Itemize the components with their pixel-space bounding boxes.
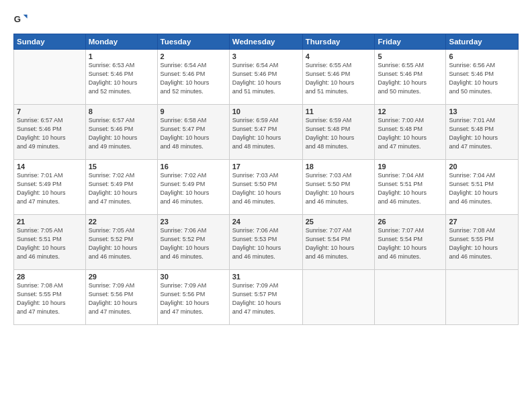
- day-number: 24: [232, 218, 300, 226]
- day-number: 15: [89, 163, 154, 171]
- day-number: 5: [378, 52, 443, 60]
- day-info: Sunrise: 7:05 AM Sunset: 5:51 PM Dayligh…: [17, 226, 83, 261]
- day-number: 30: [161, 273, 226, 281]
- weekday-header-saturday: Saturday: [446, 34, 519, 50]
- day-cell: 11Sunrise: 6:59 AM Sunset: 5:48 PM Dayli…: [302, 105, 375, 160]
- week-row-2: 7Sunrise: 6:57 AM Sunset: 5:46 PM Daylig…: [14, 105, 519, 160]
- day-cell: [14, 50, 86, 105]
- day-cell: 2Sunrise: 6:54 AM Sunset: 5:46 PM Daylig…: [157, 50, 229, 105]
- day-number: 11: [306, 107, 372, 116]
- day-info: Sunrise: 7:06 AM Sunset: 5:52 PM Dayligh…: [161, 226, 226, 261]
- day-number: 26: [378, 218, 443, 226]
- day-number: 8: [89, 107, 154, 116]
- day-number: 28: [17, 273, 83, 281]
- day-number: 14: [17, 163, 83, 171]
- day-number: 22: [89, 218, 154, 226]
- day-info: Sunrise: 7:06 AM Sunset: 5:53 PM Dayligh…: [232, 226, 300, 261]
- day-info: Sunrise: 7:03 AM Sunset: 5:50 PM Dayligh…: [232, 171, 300, 206]
- day-cell: 19Sunrise: 7:04 AM Sunset: 5:51 PM Dayli…: [375, 160, 446, 215]
- day-number: 31: [232, 273, 300, 281]
- day-info: Sunrise: 7:01 AM Sunset: 5:49 PM Dayligh…: [17, 171, 83, 206]
- weekday-header-sunday: Sunday: [14, 34, 86, 50]
- day-info: Sunrise: 6:56 AM Sunset: 5:46 PM Dayligh…: [449, 61, 515, 96]
- day-cell: 31Sunrise: 7:09 AM Sunset: 5:57 PM Dayli…: [229, 270, 302, 325]
- day-number: 9: [161, 107, 226, 116]
- day-info: Sunrise: 7:03 AM Sunset: 5:50 PM Dayligh…: [306, 171, 372, 206]
- day-number: 4: [306, 52, 372, 60]
- day-number: 27: [449, 218, 515, 226]
- day-number: 7: [17, 107, 83, 116]
- day-cell: 8Sunrise: 6:57 AM Sunset: 5:46 PM Daylig…: [85, 105, 157, 160]
- day-cell: 5Sunrise: 6:55 AM Sunset: 5:46 PM Daylig…: [375, 50, 446, 105]
- day-info: Sunrise: 6:57 AM Sunset: 5:46 PM Dayligh…: [89, 116, 154, 151]
- day-number: 1: [89, 52, 154, 60]
- day-info: Sunrise: 6:53 AM Sunset: 5:46 PM Dayligh…: [89, 61, 154, 96]
- day-number: 3: [232, 52, 300, 60]
- day-cell: 4Sunrise: 6:55 AM Sunset: 5:46 PM Daylig…: [302, 50, 375, 105]
- day-info: Sunrise: 6:58 AM Sunset: 5:47 PM Dayligh…: [161, 116, 226, 151]
- day-cell: 20Sunrise: 7:04 AM Sunset: 5:51 PM Dayli…: [446, 160, 519, 215]
- day-info: Sunrise: 6:54 AM Sunset: 5:46 PM Dayligh…: [232, 61, 300, 96]
- day-info: Sunrise: 6:57 AM Sunset: 5:46 PM Dayligh…: [17, 116, 83, 151]
- day-number: 2: [161, 52, 226, 60]
- day-cell: [302, 270, 375, 325]
- day-info: Sunrise: 7:09 AM Sunset: 5:57 PM Dayligh…: [232, 281, 300, 316]
- day-number: 13: [449, 107, 515, 116]
- svg-text:G: G: [14, 14, 21, 24]
- day-info: Sunrise: 6:55 AM Sunset: 5:46 PM Dayligh…: [378, 61, 443, 96]
- day-cell: 23Sunrise: 7:06 AM Sunset: 5:52 PM Dayli…: [157, 215, 229, 270]
- day-cell: 10Sunrise: 6:59 AM Sunset: 5:47 PM Dayli…: [229, 105, 302, 160]
- day-number: 19: [378, 163, 443, 171]
- day-info: Sunrise: 7:08 AM Sunset: 5:55 PM Dayligh…: [17, 281, 83, 316]
- day-cell: 21Sunrise: 7:05 AM Sunset: 5:51 PM Dayli…: [14, 215, 86, 270]
- day-number: 25: [306, 218, 372, 226]
- day-cell: 28Sunrise: 7:08 AM Sunset: 5:55 PM Dayli…: [14, 270, 86, 325]
- day-cell: 13Sunrise: 7:01 AM Sunset: 5:48 PM Dayli…: [446, 105, 519, 160]
- day-cell: 7Sunrise: 6:57 AM Sunset: 5:46 PM Daylig…: [14, 105, 86, 160]
- day-cell: 1Sunrise: 6:53 AM Sunset: 5:46 PM Daylig…: [85, 50, 157, 105]
- day-info: Sunrise: 6:54 AM Sunset: 5:46 PM Dayligh…: [161, 61, 226, 96]
- day-cell: 17Sunrise: 7:03 AM Sunset: 5:50 PM Dayli…: [229, 160, 302, 215]
- day-number: 18: [306, 163, 372, 171]
- day-info: Sunrise: 7:08 AM Sunset: 5:55 PM Dayligh…: [449, 226, 515, 261]
- day-number: 10: [232, 107, 300, 116]
- day-number: 21: [17, 218, 83, 226]
- weekday-header-monday: Monday: [85, 34, 157, 50]
- day-info: Sunrise: 7:09 AM Sunset: 5:56 PM Dayligh…: [89, 281, 154, 316]
- day-cell: 14Sunrise: 7:01 AM Sunset: 5:49 PM Dayli…: [14, 160, 86, 215]
- day-info: Sunrise: 7:04 AM Sunset: 5:51 PM Dayligh…: [449, 171, 515, 206]
- day-info: Sunrise: 7:02 AM Sunset: 5:49 PM Dayligh…: [161, 171, 226, 206]
- week-row-3: 14Sunrise: 7:01 AM Sunset: 5:49 PM Dayli…: [14, 160, 519, 215]
- day-cell: 27Sunrise: 7:08 AM Sunset: 5:55 PM Dayli…: [446, 215, 519, 270]
- header: G: [13, 12, 519, 27]
- day-number: 29: [89, 273, 154, 281]
- day-cell: 12Sunrise: 7:00 AM Sunset: 5:48 PM Dayli…: [375, 105, 446, 160]
- day-cell: 29Sunrise: 7:09 AM Sunset: 5:56 PM Dayli…: [85, 270, 157, 325]
- day-number: 16: [161, 163, 226, 171]
- weekday-header-friday: Friday: [375, 34, 446, 50]
- weekday-header-tuesday: Tuesday: [157, 34, 229, 50]
- day-info: Sunrise: 7:09 AM Sunset: 5:56 PM Dayligh…: [161, 281, 226, 316]
- day-number: 17: [232, 163, 300, 171]
- day-info: Sunrise: 7:07 AM Sunset: 5:54 PM Dayligh…: [378, 226, 443, 261]
- page: G SundayMondayTuesdayWednesdayThursdayFr…: [0, 0, 532, 411]
- weekday-header-wednesday: Wednesday: [229, 34, 302, 50]
- day-info: Sunrise: 6:59 AM Sunset: 5:48 PM Dayligh…: [306, 116, 372, 151]
- day-cell: 9Sunrise: 6:58 AM Sunset: 5:47 PM Daylig…: [157, 105, 229, 160]
- day-cell: 22Sunrise: 7:05 AM Sunset: 5:52 PM Dayli…: [85, 215, 157, 270]
- day-number: 23: [161, 218, 226, 226]
- week-row-5: 28Sunrise: 7:08 AM Sunset: 5:55 PM Dayli…: [14, 270, 519, 325]
- day-cell: 6Sunrise: 6:56 AM Sunset: 5:46 PM Daylig…: [446, 50, 519, 105]
- day-cell: 3Sunrise: 6:54 AM Sunset: 5:46 PM Daylig…: [229, 50, 302, 105]
- weekday-header-thursday: Thursday: [302, 34, 375, 50]
- week-row-4: 21Sunrise: 7:05 AM Sunset: 5:51 PM Dayli…: [14, 215, 519, 270]
- day-info: Sunrise: 7:07 AM Sunset: 5:54 PM Dayligh…: [306, 226, 372, 261]
- day-cell: 24Sunrise: 7:06 AM Sunset: 5:53 PM Dayli…: [229, 215, 302, 270]
- day-info: Sunrise: 7:05 AM Sunset: 5:52 PM Dayligh…: [89, 226, 154, 261]
- weekday-header-row: SundayMondayTuesdayWednesdayThursdayFrid…: [14, 34, 519, 50]
- svg-marker-1: [24, 15, 28, 19]
- calendar: SundayMondayTuesdayWednesdayThursdayFrid…: [13, 34, 519, 325]
- logo-icon: G: [13, 12, 28, 27]
- day-number: 6: [449, 52, 515, 60]
- day-cell: 30Sunrise: 7:09 AM Sunset: 5:56 PM Dayli…: [157, 270, 229, 325]
